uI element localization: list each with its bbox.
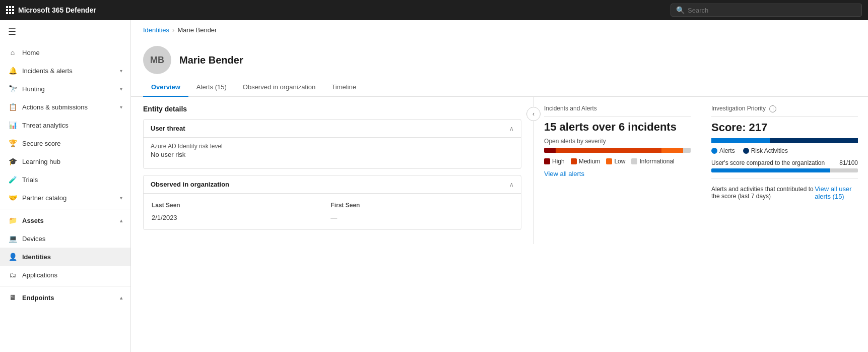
inv-bar-risk bbox=[770, 138, 858, 143]
risk-legend-label: Risk Activities bbox=[751, 147, 788, 154]
sidebar-item-home[interactable]: ⌂ Home bbox=[0, 43, 130, 62]
observed-card: Observed in organization ∧ Last Seen Fir… bbox=[143, 175, 521, 230]
section-divider bbox=[711, 179, 858, 179]
hamburger-button[interactable]: ☰ bbox=[0, 20, 130, 43]
profile-header: MB Marie Bender bbox=[131, 38, 868, 78]
severity-bar-low bbox=[661, 148, 684, 153]
chevron-up-icon: ∧ bbox=[509, 125, 514, 132]
observed-header[interactable]: Observed in organization ∧ bbox=[144, 175, 521, 193]
sidebar-endpoints-header[interactable]: 🖥 Endpoints ▴ bbox=[0, 288, 130, 307]
observed-table: Last Seen First Seen 2/1/2023 — bbox=[151, 199, 514, 224]
identities-icon: 👤 bbox=[8, 253, 17, 261]
chevron-up-icon: ▴ bbox=[120, 218, 122, 223]
trials-icon: 🧪 bbox=[8, 175, 17, 184]
sidebar-item-hunting-label: Hunting bbox=[22, 85, 115, 93]
sidebar-item-partner-catalog[interactable]: 🤝 Partner catalog ▾ bbox=[0, 189, 130, 207]
incidents-icon: 🔔 bbox=[8, 67, 17, 75]
sidebar-item-learning-hub[interactable]: 🎓 Learning hub bbox=[0, 152, 130, 170]
high-label: High bbox=[552, 158, 565, 165]
sidebar-item-trials-label: Trials bbox=[22, 176, 122, 184]
table-row: 2/1/2023 — bbox=[152, 212, 513, 223]
sidebar-item-partner-catalog-label: Partner catalog bbox=[22, 194, 115, 202]
sidebar-item-incidents-label: Incidents & alerts bbox=[22, 67, 115, 75]
right-panel: Incidents and Alerts 15 alerts over 6 in… bbox=[534, 97, 868, 244]
collapse-button[interactable]: ‹ bbox=[526, 107, 541, 121]
search-bar[interactable]: 🔍 bbox=[671, 4, 862, 17]
last-seen-value: 2/1/2023 bbox=[152, 212, 329, 223]
tab-timeline[interactable]: Timeline bbox=[323, 78, 364, 97]
tab-overview[interactable]: Overview bbox=[143, 78, 188, 97]
view-all-user-alerts-link[interactable]: View all user alerts (15) bbox=[815, 185, 858, 200]
sidebar-item-identities[interactable]: 👤 Identities bbox=[0, 248, 130, 266]
actions-icon: 📋 bbox=[8, 103, 17, 111]
comparison-bar-blue bbox=[711, 168, 830, 172]
chevron-down-icon: ▾ bbox=[120, 86, 122, 92]
observed-title: Observed in organization bbox=[151, 181, 229, 188]
sidebar-item-hunting[interactable]: 🔭 Hunting ▾ bbox=[0, 80, 130, 98]
score-value: Score: 217 bbox=[711, 121, 858, 134]
investigation-priority-panel: Investigation Priority i Score: 217 Aler… bbox=[701, 97, 868, 244]
investigation-bar bbox=[711, 138, 858, 143]
info-icon[interactable]: i bbox=[769, 105, 776, 112]
sidebar-assets-header[interactable]: 📁 Assets ▴ bbox=[0, 211, 130, 229]
severity-subtitle: Open alerts by severity bbox=[544, 138, 691, 145]
user-threat-header[interactable]: User threat ∧ bbox=[144, 120, 521, 137]
high-dot bbox=[544, 158, 550, 164]
sidebar-item-applications[interactable]: 🗂 Applications bbox=[0, 266, 130, 284]
sidebar-item-secure-score-label: Secure score bbox=[22, 140, 122, 147]
info-label: Informational bbox=[639, 158, 674, 165]
tab-observed[interactable]: Observed in organization bbox=[235, 78, 324, 97]
chevron-up-icon: ∧ bbox=[509, 181, 514, 188]
low-dot bbox=[606, 158, 612, 164]
grid-icon bbox=[6, 6, 14, 14]
sidebar-item-incidents-alerts[interactable]: 🔔 Incidents & alerts ▾ bbox=[0, 62, 130, 80]
sidebar-item-actions-submissions[interactable]: 📋 Actions & submissions ▾ bbox=[0, 98, 130, 116]
sidebar-item-learning-hub-label: Learning hub bbox=[22, 158, 122, 165]
sidebar-item-threat-analytics[interactable]: 📊 Threat analytics bbox=[0, 116, 130, 134]
view-all-alerts-link[interactable]: View all alerts bbox=[544, 170, 584, 178]
legend-low: Low bbox=[606, 158, 625, 165]
sidebar-item-applications-label: Applications bbox=[22, 271, 122, 279]
severity-bar-info bbox=[683, 148, 691, 153]
user-threat-body: Azure AD Identity risk level No user ris… bbox=[144, 137, 521, 168]
medium-dot bbox=[571, 158, 577, 164]
sidebar-item-home-label: Home bbox=[22, 49, 122, 56]
tabs-bar: Overview Alerts (15) Observed in organiz… bbox=[131, 78, 868, 97]
incidents-alerts-count: 15 alerts over 6 incidents bbox=[544, 121, 691, 134]
app-title: Microsoft 365 Defender bbox=[18, 6, 96, 14]
legend-medium: Medium bbox=[571, 158, 600, 165]
threat-analytics-icon: 📊 bbox=[8, 121, 17, 129]
breadcrumb-parent[interactable]: Identities bbox=[143, 26, 169, 34]
low-label: Low bbox=[614, 158, 625, 165]
first-seen-col-header: First Seen bbox=[330, 200, 513, 211]
hunting-icon: 🔭 bbox=[8, 85, 17, 93]
tab-alerts[interactable]: Alerts (15) bbox=[188, 78, 235, 97]
chevron-down-icon: ▾ bbox=[120, 68, 122, 74]
sidebar-item-devices[interactable]: 💻 Devices bbox=[0, 229, 130, 248]
main-layout: ☰ ⌂ Home 🔔 Incidents & alerts ▾ 🔭 Huntin… bbox=[0, 20, 868, 352]
sidebar-item-actions-label: Actions & submissions bbox=[22, 103, 115, 111]
app-logo: Microsoft 365 Defender bbox=[6, 6, 96, 14]
user-threat-card: User threat ∧ Azure AD Identity risk lev… bbox=[143, 119, 521, 169]
first-seen-value: — bbox=[330, 212, 513, 223]
chevron-down-icon: ▾ bbox=[120, 104, 122, 110]
inv-bar-alerts bbox=[711, 138, 770, 143]
comparison-value: 81/100 bbox=[839, 159, 858, 166]
investigation-priority-label: Investigation Priority i bbox=[711, 105, 858, 117]
content-area: ‹ Entity details User threat ∧ Azure AD … bbox=[131, 97, 868, 244]
user-threat-title: User threat bbox=[151, 125, 185, 132]
legend-high: High bbox=[544, 158, 565, 165]
sidebar-item-secure-score[interactable]: 🏆 Secure score bbox=[0, 134, 130, 152]
legend-informational: Informational bbox=[631, 158, 674, 165]
sidebar-divider bbox=[0, 209, 130, 209]
alerts-dot bbox=[711, 148, 717, 154]
assets-icon: 📁 bbox=[8, 216, 17, 224]
comparison-bar bbox=[711, 168, 858, 172]
breadcrumb-separator: › bbox=[172, 26, 174, 34]
secure-score-icon: 🏆 bbox=[8, 139, 17, 147]
chevron-up-icon: ▴ bbox=[120, 295, 122, 301]
search-input[interactable] bbox=[688, 7, 856, 14]
sidebar-item-trials[interactable]: 🧪 Trials bbox=[0, 170, 130, 189]
investigation-priority-title: Investigation Priority bbox=[711, 105, 766, 112]
comparison-label-row: User's score compared to the organizatio… bbox=[711, 159, 858, 166]
